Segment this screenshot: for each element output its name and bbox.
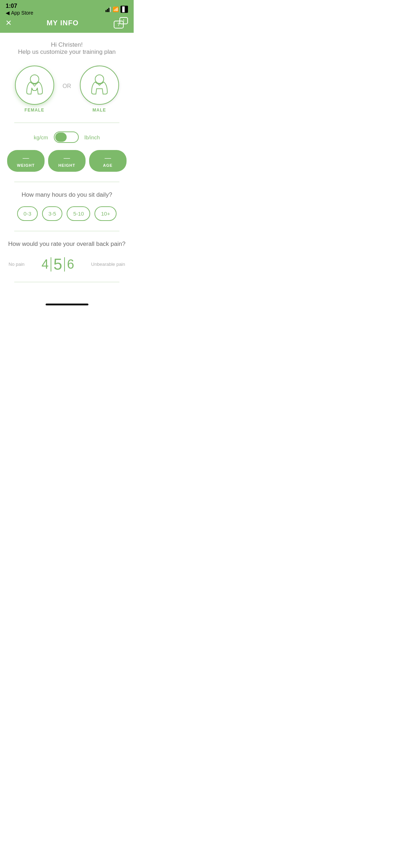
male-option[interactable]: MALE: [80, 66, 119, 113]
male-label: MALE: [93, 108, 106, 113]
pain-scale: No pain 4 5 6 Unbearable pain: [7, 255, 127, 273]
greeting-section: Hi Christen! Help us customize your trai…: [7, 41, 127, 56]
age-value: —: [105, 154, 111, 162]
height-button[interactable]: — HEIGHT: [48, 150, 86, 172]
pain-numbers: 4 5 6: [39, 255, 76, 273]
svg-point-1: [95, 75, 104, 83]
unit-toggle[interactable]: [54, 131, 79, 143]
age-button[interactable]: — AGE: [89, 150, 127, 172]
signal-icon: [106, 7, 111, 12]
divider-1: [14, 123, 119, 123]
pain-section: How would you rate your overall back pai…: [7, 240, 127, 273]
no-pain-label: No pain: [9, 262, 25, 267]
sitting-option-3-5[interactable]: 3-5: [42, 206, 63, 221]
unit-left-label: kg/cm: [34, 134, 48, 140]
nav-bar: × MY INFO ? !: [0, 16, 134, 33]
weight-label: WEIGHT: [17, 163, 35, 167]
gender-or-label: OR: [63, 83, 71, 89]
app-store-back[interactable]: ◀ App Store: [6, 10, 33, 16]
status-bar: 1:07 ◀ App Store 📶 ▋: [0, 0, 134, 16]
female-label: FEMALE: [25, 108, 44, 113]
height-value: —: [64, 154, 70, 162]
female-circle[interactable]: [15, 66, 54, 105]
pain-question: How would you rate your overall back pai…: [7, 240, 127, 248]
close-button[interactable]: ×: [6, 18, 11, 28]
pain-num-5[interactable]: 5: [51, 255, 64, 273]
sitting-option-5-10[interactable]: 5-10: [67, 206, 90, 221]
main-content: Hi Christen! Help us customize your trai…: [0, 33, 134, 299]
sitting-option-10plus[interactable]: 10+: [94, 206, 116, 221]
sitting-question: How many hours do you sit daily?: [7, 191, 127, 199]
unit-right-label: lb/inch: [84, 134, 100, 140]
sitting-section: How many hours do you sit daily? 0-3 3-5…: [7, 191, 127, 221]
height-label: HEIGHT: [58, 163, 76, 167]
home-bar: [46, 304, 88, 305]
divider-3: [14, 231, 119, 231]
home-indicator: [0, 299, 134, 308]
divider-2: [14, 182, 119, 182]
male-icon: [89, 73, 110, 98]
sitting-options: 0-3 3-5 5-10 10+: [7, 206, 127, 221]
female-option[interactable]: FEMALE: [15, 66, 54, 113]
weight-value: —: [23, 154, 29, 162]
status-icons: 📶 ▋: [106, 6, 128, 13]
back-arrow-icon: ◀: [6, 10, 10, 16]
greeting-line2: Help us customize your training plan: [7, 48, 127, 56]
female-icon: [24, 73, 45, 98]
divider-4: [14, 282, 119, 282]
battery-icon: ▋: [120, 6, 128, 13]
svg-point-0: [30, 75, 39, 83]
sitting-option-0-3[interactable]: 0-3: [17, 206, 38, 221]
gender-section: FEMALE OR MALE: [7, 66, 127, 113]
wifi-icon: 📶: [113, 6, 119, 12]
back-label: App Store: [11, 10, 33, 16]
speech-bubble2-icon: !: [119, 17, 128, 24]
unbearable-pain-label: Unbearable pain: [91, 262, 125, 267]
pain-num-4[interactable]: 4: [39, 257, 51, 272]
pain-num-6[interactable]: 6: [65, 257, 76, 272]
unit-section: kg/cm lb/inch: [7, 131, 127, 143]
weight-button[interactable]: — WEIGHT: [7, 150, 45, 172]
page-title: MY INFO: [47, 19, 79, 27]
toggle-knob: [55, 133, 67, 142]
age-label: AGE: [103, 163, 113, 167]
status-time: 1:07: [6, 3, 33, 9]
male-circle[interactable]: [80, 66, 119, 105]
greeting-line1: Hi Christen!: [7, 41, 127, 48]
metrics-row: — WEIGHT — HEIGHT — AGE: [7, 150, 127, 172]
help-button[interactable]: ? !: [114, 17, 128, 29]
